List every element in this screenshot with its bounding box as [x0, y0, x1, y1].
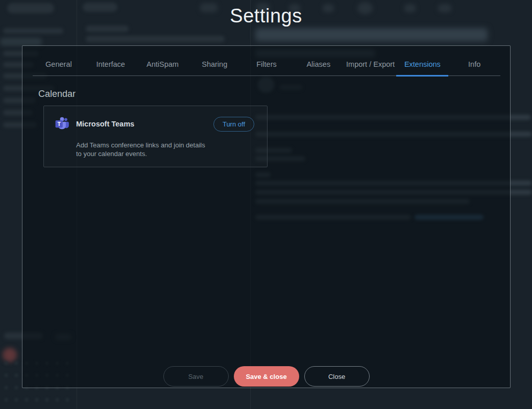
tab-interface[interactable]: Interface [85, 57, 137, 75]
tab-aliases[interactable]: Aliases [293, 57, 345, 75]
tab-filters[interactable]: Filters [240, 57, 293, 75]
tab-import-export[interactable]: Import / Export [345, 57, 397, 75]
tab-general[interactable]: General [33, 57, 85, 75]
turn-off-button[interactable]: Turn off [213, 117, 254, 132]
app-stage: Settings GeneralInterfaceAntiSpamSharing… [0, 0, 532, 409]
settings-tabs: GeneralInterfaceAntiSpamSharingFiltersAl… [33, 57, 500, 76]
extension-title: Microsoft Teams [76, 120, 134, 128]
extension-description: Add Teams conference links and join deta… [76, 141, 212, 158]
section-title-calendar: Calendar [38, 89, 76, 99]
tab-sharing[interactable]: Sharing [188, 57, 240, 75]
tab-extensions[interactable]: Extensions [396, 57, 448, 75]
microsoft-teams-icon: T [55, 117, 69, 130]
svg-text:T: T [57, 121, 61, 127]
close-button[interactable]: Close [304, 366, 370, 387]
save-and-close-button[interactable]: Save & close [234, 366, 299, 387]
save-button[interactable]: Save [163, 366, 229, 387]
tab-antispam[interactable]: AntiSpam [137, 57, 189, 75]
extension-card-microsoft-teams: T Microsoft Teams Turn off Add Teams con… [43, 106, 268, 167]
settings-modal: GeneralInterfaceAntiSpamSharingFiltersAl… [22, 45, 511, 388]
modal-footer: Save Save & close Close [22, 366, 510, 387]
blurred-folder-item [3, 28, 63, 34]
page-title: Settings [0, 5, 532, 27]
blurred-folder-item-active [0, 38, 42, 46]
tab-info[interactable]: Info [448, 57, 500, 75]
blurred-subject-line [86, 36, 225, 42]
blurred-message-heading [255, 28, 488, 41]
